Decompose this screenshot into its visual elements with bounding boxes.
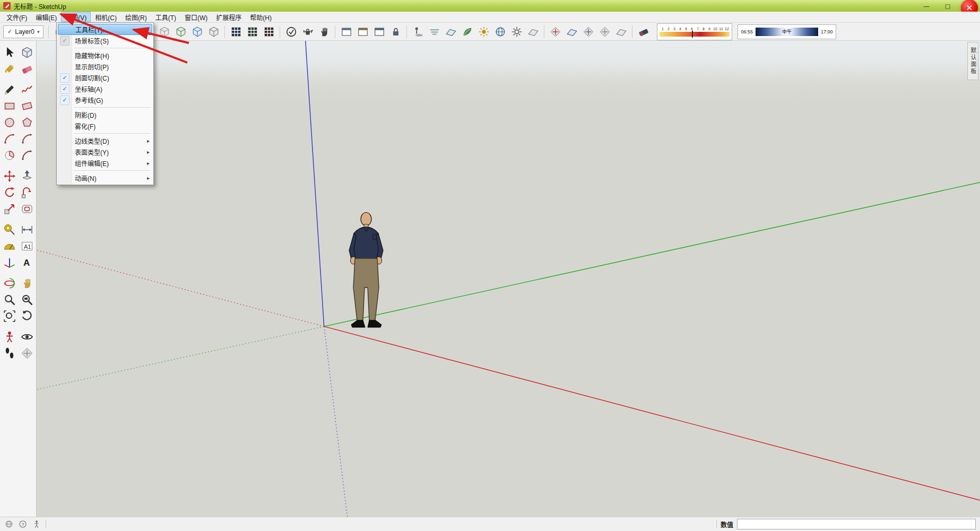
- select-tool[interactable]: [3, 46, 16, 59]
- 3d-text-tool[interactable]: [20, 256, 34, 269]
- fog-button[interactable]: [426, 23, 443, 40]
- tray-styles-button[interactable]: [261, 23, 277, 40]
- minimize-button[interactable]: —: [918, 1, 934, 11]
- date-slider-handle[interactable]: [692, 31, 693, 38]
- window-preview-button[interactable]: [354, 23, 371, 40]
- drawing-viewport[interactable]: 默认面板: [37, 41, 980, 517]
- section-plane-tool-tool[interactable]: [20, 346, 34, 360]
- protractor-tool[interactable]: [3, 239, 16, 253]
- view-menu-item-hidden-geometry[interactable]: 隐藏物体(H): [58, 50, 152, 61]
- rotate-tool[interactable]: [3, 186, 16, 199]
- walk-tool[interactable]: [3, 346, 16, 360]
- view-menu-item-axes[interactable]: ✓坐标轴(A): [58, 83, 152, 94]
- texture-image-button[interactable]: [459, 23, 475, 40]
- shadow-time-slider[interactable]: 06:55 中午 17:00: [738, 24, 836, 39]
- settings-gear-button[interactable]: [508, 23, 525, 40]
- zoom-window-tool[interactable]: [20, 293, 34, 307]
- style-hidden-line-button[interactable]: [156, 23, 172, 40]
- geo-location-button[interactable]: [492, 23, 508, 40]
- menu-file[interactable]: 文件(F): [2, 12, 31, 22]
- rectangle-tool[interactable]: [3, 99, 16, 113]
- display-section-planes-button[interactable]: [563, 23, 580, 40]
- layer-dropdown[interactable]: ✓ Layer0 ▾: [3, 25, 44, 38]
- window-lock-button[interactable]: [387, 23, 404, 40]
- sun-position-button[interactable]: [475, 23, 492, 40]
- look-around-tool[interactable]: [20, 330, 34, 344]
- menu-edit[interactable]: 编辑(E): [31, 12, 61, 22]
- person-figure[interactable]: [342, 208, 390, 330]
- display-section-fill-button[interactable]: [596, 23, 613, 40]
- view-menu-item-component-edit[interactable]: 组件编辑(E)▸: [58, 158, 152, 169]
- position-camera-tool[interactable]: [3, 330, 16, 344]
- month-gradient-bar[interactable]: [660, 32, 730, 37]
- default-tray-tab[interactable]: 默认面板: [967, 42, 978, 80]
- extension-warehouse-button[interactable]: [283, 23, 299, 40]
- view-menu-item-toolbars[interactable]: 工具栏(T)...: [58, 24, 152, 35]
- polygon-tool[interactable]: [20, 116, 34, 129]
- freehand-tool[interactable]: [20, 83, 34, 97]
- window-new-button[interactable]: [338, 23, 354, 40]
- circle-tool[interactable]: [3, 116, 16, 129]
- view-menu-item-guides[interactable]: ✓参考线(G): [58, 94, 152, 106]
- user-icon[interactable]: [32, 520, 41, 529]
- pie-tool[interactable]: [3, 149, 16, 162]
- make-component-tool[interactable]: [20, 46, 34, 59]
- view-menu-item-shadows[interactable]: 阴影(D): [58, 109, 152, 120]
- menu-window[interactable]: 窗口(W): [180, 12, 212, 22]
- share-model-button[interactable]: [316, 23, 332, 40]
- view-menu-item-animation[interactable]: 动画(N)▸: [58, 172, 152, 184]
- view-menu-item-section-planes[interactable]: 显示剖切(P): [58, 61, 152, 72]
- menu-view[interactable]: 视图(V): [61, 12, 91, 22]
- match-photo-button[interactable]: [443, 23, 459, 40]
- view-menu-item-edge-style[interactable]: 边线类型(D)▸: [58, 135, 152, 146]
- zoom-extents-tool[interactable]: [3, 309, 16, 323]
- help-icon[interactable]: [18, 520, 27, 529]
- tray-components-button[interactable]: [228, 23, 244, 40]
- maximize-button[interactable]: ▢: [940, 1, 956, 11]
- section-plane-button[interactable]: [547, 23, 563, 40]
- axes-tool[interactable]: [3, 256, 16, 269]
- soften-eraser-button[interactable]: [635, 23, 652, 40]
- two-point-arc-tool[interactable]: [20, 132, 34, 146]
- measurements-input[interactable]: [737, 519, 976, 529]
- push-pull-tool[interactable]: [20, 169, 34, 183]
- previous-view-tool[interactable]: [20, 309, 34, 323]
- menu-help[interactable]: 帮助(H): [246, 12, 276, 22]
- geolocation-icon[interactable]: [4, 520, 13, 529]
- rotated-rectangle-tool[interactable]: [20, 99, 34, 113]
- menu-camera[interactable]: 相机(C): [91, 12, 121, 22]
- shadow-date-slider[interactable]: 123456789101112: [657, 23, 732, 40]
- view-menu-item-section-cuts[interactable]: ✓剖面切割(C): [58, 72, 152, 83]
- move-tool[interactable]: [3, 169, 16, 183]
- arc-tool[interactable]: [3, 132, 16, 146]
- paint-bucket-tool[interactable]: [3, 62, 16, 76]
- orbit-tool[interactable]: [3, 276, 16, 290]
- text-tool[interactable]: [20, 239, 34, 253]
- style-shaded-textures-button[interactable]: [189, 23, 205, 40]
- eraser-tool[interactable]: [20, 62, 34, 76]
- scale-tool[interactable]: [3, 202, 16, 216]
- section-outline-button[interactable]: [613, 23, 629, 40]
- view-menu-item-scene-tabs[interactable]: ✓场景标签(S): [58, 35, 152, 46]
- three-point-arc-tool[interactable]: [20, 149, 34, 162]
- follow-me-tool[interactable]: [20, 186, 34, 199]
- menu-draw[interactable]: 绘图(R): [121, 12, 151, 22]
- offset-tool[interactable]: [20, 202, 34, 216]
- time-gradient-bar[interactable]: 中午: [756, 28, 818, 36]
- tray-materials-button[interactable]: [244, 23, 261, 40]
- menu-extensions[interactable]: 扩展程序: [212, 12, 246, 22]
- 3d-warehouse-button[interactable]: [299, 23, 316, 40]
- window-default-tray-button[interactable]: [371, 23, 387, 40]
- tape-measure-tool[interactable]: [3, 223, 16, 237]
- shadow-settings-button[interactable]: [410, 23, 426, 40]
- soften-edges-button[interactable]: [525, 23, 541, 40]
- style-monochrome-button[interactable]: [205, 23, 222, 40]
- style-shaded-button[interactable]: [172, 23, 189, 40]
- view-menu-item-fog[interactable]: 雾化(F): [58, 120, 152, 132]
- view-menu-item-face-style[interactable]: 表面类型(Y)▸: [58, 146, 152, 158]
- dimension-tool[interactable]: [20, 223, 34, 237]
- pan-tool[interactable]: [20, 276, 34, 290]
- menu-tools[interactable]: 工具(T): [151, 12, 180, 22]
- zoom-tool[interactable]: [3, 293, 16, 307]
- line-tool[interactable]: [3, 83, 16, 97]
